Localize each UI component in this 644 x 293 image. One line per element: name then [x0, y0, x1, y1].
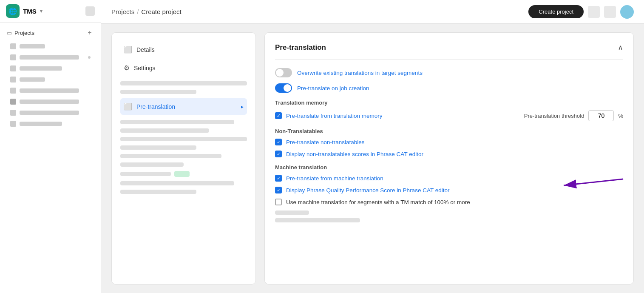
nav-item-pretranslation[interactable]: ⬜ Pre-translation ▸ [120, 98, 247, 115]
list-item[interactable] [7, 85, 94, 96]
item-text [20, 44, 45, 48]
checkbox-tm100-row: Use machine translation for segments wit… [275, 199, 623, 205]
skeleton-row [120, 172, 171, 176]
projects-label: Projects [14, 30, 34, 36]
item-text [20, 66, 62, 71]
sidebar-header: 🌐 TMS ▾ [0, 0, 101, 23]
add-project-button[interactable]: + [85, 28, 94, 37]
main-content: Projects / Create project Create project… [101, 0, 644, 293]
topbar-icon-btn-1[interactable] [588, 6, 600, 18]
checkbox-quality-score-label[interactable]: Display Phrase Quality Performance Score… [286, 187, 449, 193]
avatar[interactable] [620, 5, 634, 19]
section-title: Pre-translation [275, 43, 326, 52]
checkbox-quality-row: Display Phrase Quality Performance Score… [275, 187, 623, 193]
collapse-button[interactable]: ∧ [618, 43, 623, 52]
page-body: ⬜ Details ⚙ Settings ⬜ Pre-translation ▸ [101, 24, 644, 293]
skeleton-row [120, 137, 247, 141]
list-item[interactable] [7, 74, 94, 85]
threshold-input[interactable] [588, 110, 614, 121]
bottom-skeleton [275, 211, 623, 222]
checkbox-quality-score[interactable] [275, 187, 282, 193]
item-icon [10, 77, 16, 82]
item-text [20, 88, 79, 93]
toggle-pretranslate-row: Pre-translate on job creation [275, 83, 623, 93]
chart-icon [10, 99, 16, 105]
list-item[interactable] [7, 63, 94, 74]
sidebar-header-icons [85, 6, 95, 16]
checkbox-pretranslate-tm[interactable] [275, 112, 282, 119]
skeleton-row [120, 190, 196, 194]
section-mt-label: Machine translation [275, 164, 623, 171]
sidebar-section: ▭ Projects + [0, 23, 101, 134]
nav-item-details[interactable]: ⬜ Details [120, 41, 247, 58]
folder-icon: ▭ [7, 30, 12, 36]
threshold-label: Pre-translation threshold [524, 113, 584, 119]
item-icon [10, 121, 16, 127]
item-icon [10, 54, 16, 60]
skeleton-row [120, 145, 196, 150]
item-text [20, 100, 79, 104]
nav-pretranslation-label: Pre-translation [136, 103, 175, 110]
item-dot [88, 56, 91, 59]
create-project-button[interactable]: Create project [528, 5, 584, 18]
dropdown-arrow-icon[interactable]: ▾ [40, 9, 43, 14]
topbar-actions: Create project [528, 5, 634, 19]
skeleton-row [120, 181, 234, 185]
checkbox-tm-100[interactable] [275, 199, 282, 205]
skeleton-badge [174, 171, 190, 177]
checkbox-nontranslatables[interactable] [275, 139, 282, 145]
right-panel: Pre-translation ∧ Overwrite existing tra… [264, 32, 634, 284]
checkbox-nontranslatables-label[interactable]: Pre-translate non-translatables [286, 139, 365, 145]
app-logo[interactable]: 🌐 TMS ▾ [6, 4, 43, 18]
topbar: Projects / Create project Create project [101, 0, 644, 24]
breadcrumb: Projects / Create project [111, 8, 182, 15]
checkbox-mt-row: Pre-translate from machine translation [275, 175, 623, 182]
item-text [20, 111, 79, 115]
list-item[interactable] [7, 108, 94, 118]
list-item[interactable] [7, 52, 94, 63]
toggle-overwrite[interactable] [275, 68, 292, 77]
skeleton-row [120, 120, 234, 124]
item-icon [10, 65, 16, 71]
threshold-pct: % [618, 113, 623, 119]
list-item[interactable] [7, 119, 94, 129]
nav-item-settings[interactable]: ⚙ Settings [120, 60, 247, 76]
arrow-container: Pre-translate from machine translation [275, 175, 623, 182]
skeleton-row [120, 90, 196, 94]
left-panel: ⬜ Details ⚙ Settings ⬜ Pre-translation ▸ [111, 32, 256, 284]
sidebar-toggle-icon[interactable] [85, 6, 95, 16]
toggle-pretranslate-label[interactable]: Pre-translate on job creation [297, 85, 369, 91]
checkbox-nontranslatables-scores-row: Display non-translatables scores in Phra… [275, 151, 623, 157]
checkbox-nontranslatables-row: Pre-translate non-translatables [275, 139, 623, 145]
checkbox-pretranslate-mt-label[interactable]: Pre-translate from machine translation [286, 175, 383, 182]
sidebar: 🌐 TMS ▾ ▭ Projects + [0, 0, 101, 293]
section-tm-label: Translation memory [275, 100, 623, 106]
toggle-pretranslate[interactable] [275, 83, 292, 93]
skeleton-row [275, 211, 309, 215]
topbar-icon-btn-2[interactable] [604, 6, 616, 18]
settings-skeleton [120, 81, 247, 94]
logo-icon: 🌐 [6, 4, 20, 18]
checkbox-pretranslate-tm-label[interactable]: Pre-translate from translation memory [286, 113, 383, 119]
breadcrumb-projects-link[interactable]: Projects [111, 8, 134, 15]
sidebar-list [3, 40, 97, 131]
skeleton-with-badge [120, 171, 247, 177]
toggle-overwrite-label[interactable]: Overwrite existing translations in targe… [297, 70, 423, 76]
skeleton-row [120, 81, 247, 85]
skeleton-row [120, 154, 221, 158]
sidebar-projects-row[interactable]: ▭ Projects + [3, 26, 97, 40]
list-item[interactable] [7, 41, 94, 51]
checkbox-pretranslate-mt[interactable] [275, 175, 282, 182]
checkbox-nontranslatables-scores-label[interactable]: Display non-translatables scores in Phra… [286, 151, 423, 157]
item-text [20, 122, 62, 126]
list-item[interactable] [7, 97, 94, 107]
sidebar-projects-label: ▭ Projects [7, 30, 34, 36]
checkbox-tm-100-label[interactable]: Use machine translation for segments wit… [286, 199, 470, 205]
item-icon [10, 88, 16, 94]
chevron-right-icon: ▸ [241, 104, 244, 110]
checkbox-nontranslatables-scores[interactable] [275, 151, 282, 157]
section-header: Pre-translation ∧ [275, 43, 623, 60]
app-name: TMS [23, 8, 37, 15]
breadcrumb-current: Create project [141, 8, 181, 15]
item-text [20, 77, 45, 82]
